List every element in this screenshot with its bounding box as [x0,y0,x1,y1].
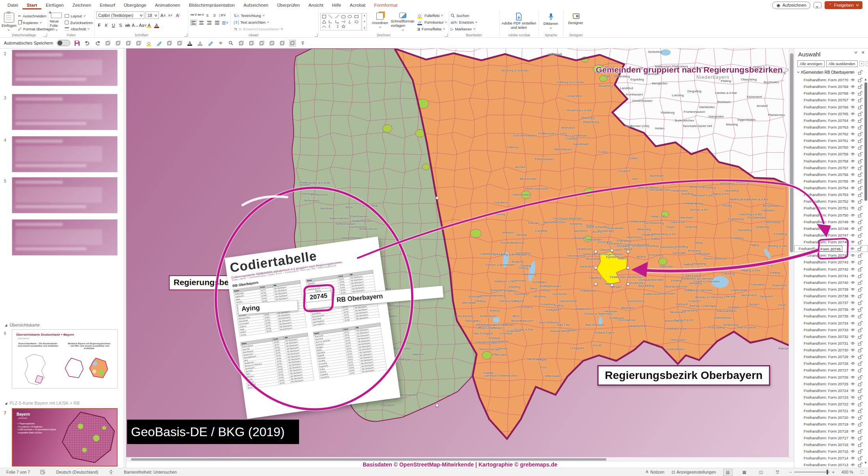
tab-datei[interactable]: Datei [3,1,22,9]
lock-icon[interactable] [858,347,862,353]
layout-squares-icon[interactable] [135,40,142,47]
eye-icon[interactable] [850,395,855,399]
pane-row[interactable]: Freihandform: Form 20767 [794,97,868,103]
shape-option-icon[interactable] [341,24,346,29]
pane-row[interactable]: Freihandform: Form 20715 [794,448,868,455]
shape-option-icon[interactable] [335,24,340,29]
lock-icon[interactable] [858,408,862,413]
align-right-icon[interactable] [206,20,213,26]
eye-icon[interactable] [850,375,855,379]
scroll-down-icon[interactable]: ▼ [864,461,867,465]
line-spacing-icon[interactable]: ↕≡˅ [219,13,224,17]
pane-row[interactable]: Freihandform: Form 20764 [794,117,868,124]
font-name-select[interactable]: Calibri (Textkörper)˅ [96,11,144,19]
pane-row[interactable]: Freihandform: Form 20731 [794,340,868,347]
dialog-launcher-icon[interactable] [184,34,187,37]
lock-icon[interactable] [858,354,862,359]
shape-selection-handle[interactable] [610,284,614,287]
shape-gallery[interactable] [320,13,361,30]
lock-icon[interactable] [858,442,862,447]
lock-icon[interactable] [858,259,862,265]
eye-icon[interactable] [850,422,855,426]
lock-icon[interactable] [858,462,862,467]
eye-icon[interactable] [850,415,855,420]
eye-icon[interactable] [850,138,855,143]
text-color-icon[interactable]: A [197,40,204,47]
pane-row[interactable]: Freihandform: Form 20730 [794,347,868,353]
pane-row[interactable]: Freihandform: Form 20725 [794,381,868,387]
share-button[interactable]: ⌃Freigeben˅ [825,1,862,9]
lock-icon[interactable] [858,455,862,461]
pane-row[interactable]: Freihandform: Form 20759 [794,151,868,157]
pane-close-icon[interactable]: ✕ [861,50,865,55]
eye-icon[interactable] [850,118,855,123]
lock-icon[interactable] [858,185,862,190]
lock-icon[interactable] [858,300,862,305]
lock-icon[interactable] [858,165,862,170]
eye-icon[interactable] [850,78,855,82]
shape-option-icon[interactable] [335,14,340,19]
slide-thumbnail[interactable] [12,177,118,213]
region-label-oberbayern[interactable]: Regierungsbezirk Oberbayern [597,365,770,386]
shape-effects-button[interactable]: ◨Formeffekte ˅ [417,26,447,32]
eye-icon[interactable] [850,328,855,332]
tab-formformat[interactable]: Formformat [370,1,402,9]
font-size-select[interactable]: 18˅ [146,11,159,19]
strikethrough-icon[interactable]: ab [125,23,131,28]
pane-row[interactable]: Freihandform: Form 20742 [794,266,868,273]
lock-icon[interactable] [858,314,862,319]
group-selection-handle[interactable] [436,196,439,200]
eye-icon[interactable] [850,287,855,291]
justify-icon[interactable] [214,20,221,26]
pane-row[interactable]: Freihandform: Form 20763 [794,124,868,131]
display-settings-button[interactable]: ⊡Anzeigeeinstellungen [672,470,716,474]
pane-row[interactable]: Freihandform: Form 20720 [794,414,868,421]
shape-option-icon[interactable] [347,14,352,19]
columns-icon[interactable]: ▥˅ [222,20,228,25]
pane-scrollbar-thumb[interactable] [864,82,867,201]
autosave-toggle[interactable] [57,40,70,46]
bring-forward-icon[interactable]: ˄ [859,61,864,66]
tab-entwurf[interactable]: Entwurf [95,1,120,9]
pane-row[interactable]: Freihandform: Form 20752 [794,198,868,205]
pane-row[interactable]: Freihandform: Form 20737 [794,299,868,306]
pane-row[interactable]: Freihandform: Form 20770 [794,77,868,83]
eye-icon[interactable] [850,91,855,95]
canvas-hscrollbar[interactable] [126,457,794,461]
pane-row[interactable]: Freihandform: Form 20735 [794,313,868,319]
shape-selection-handle[interactable] [594,266,597,269]
eye-icon[interactable] [850,98,855,102]
section-header[interactable]: ◢Übersichtskarte [5,323,40,327]
draw-icon[interactable] [207,40,214,47]
lock-icon[interactable] [858,226,862,231]
eye-icon[interactable] [850,442,855,447]
slide-thumbnail[interactable] [12,94,118,130]
pane-row[interactable]: Freihandform: Form 20734 [794,320,868,327]
align-left-icon[interactable] [190,20,197,26]
eye-icon[interactable] [850,294,855,298]
eye-icon[interactable] [850,132,855,136]
tab-aufzeichnen[interactable]: Aufzeichnen [239,1,273,9]
bullets-icon[interactable]: ≔˅ [190,12,196,17]
lock-icon[interactable] [858,77,862,82]
eye-icon[interactable] [850,341,855,345]
shape-option-icon[interactable] [354,14,359,19]
tab-übergänge[interactable]: Übergänge [120,1,151,9]
spellcheck-icon[interactable] [40,470,46,474]
fit-to-window-icon[interactable]: ⛶ [861,470,863,475]
send-backward-icon[interactable]: ˅ [866,61,868,66]
section-header[interactable]: ◢PLZ-5-Karte Bayern mit LK/SK + RB [5,401,80,405]
lock-icon[interactable] [858,172,862,177]
paste-button[interactable]: Einfügen˅ [2,11,17,32]
tab-bildschirmpräsentation[interactable]: Bildschirmpräsentation [185,1,239,9]
lock-icon[interactable] [858,138,862,143]
text-direction-button[interactable]: ⇅ATextrichtung ˅ [234,13,283,19]
shape-option-icon[interactable] [341,19,346,24]
duplicate-icon[interactable] [125,40,132,47]
lock-icon[interactable] [858,321,862,326]
eye-icon[interactable] [850,145,855,149]
pane-row[interactable]: Freihandform: Form 20722 [794,401,868,407]
lock-icon[interactable] [858,375,862,380]
pane-group-row[interactable]: ˅#Gemeinden RB Oberbayern [794,69,868,76]
pane-row[interactable]: Freihandform: Form 20768 [794,90,868,97]
